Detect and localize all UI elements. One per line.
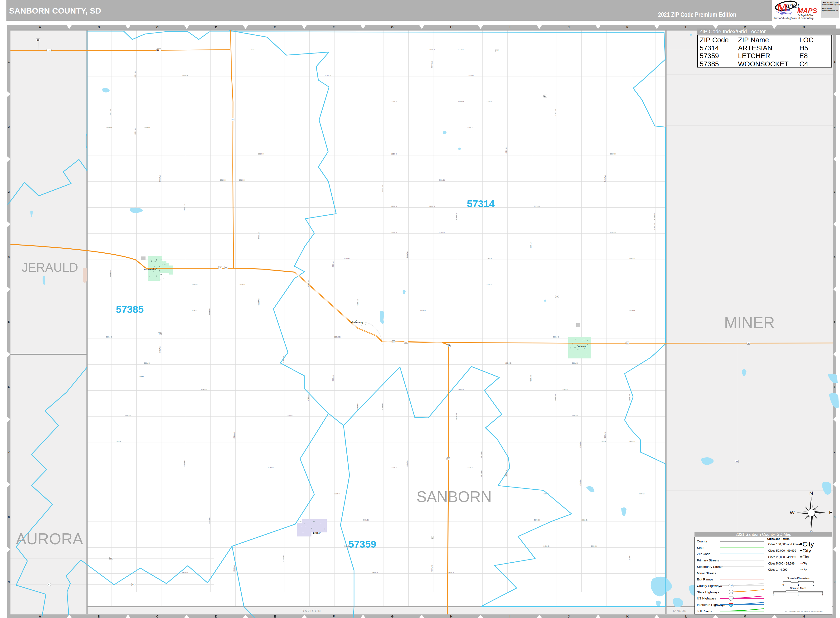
svg-text:407th Ave: 407th Ave: [382, 185, 383, 192]
svg-text:Cities 25,000 - 49,999: Cities 25,000 - 49,999: [768, 556, 796, 559]
svg-text:410th Ave: 410th Ave: [456, 213, 458, 220]
svg-text:234th St: 234th St: [458, 388, 464, 390]
svg-text:ZIP Code: ZIP Code: [697, 552, 711, 556]
svg-text:224th St: 224th St: [144, 127, 150, 129]
svg-text:B: B: [98, 615, 100, 618]
svg-text:K: K: [626, 615, 629, 618]
svg-text:223rd St: 223rd St: [486, 101, 492, 103]
svg-text:234th St: 234th St: [201, 388, 207, 390]
svg-text:233rd St: 233rd St: [144, 362, 150, 364]
svg-text:399th Ave: 399th Ave: [184, 461, 186, 467]
svg-text:401st Ave: 401st Ave: [233, 432, 235, 439]
svg-text:233rd St: 233rd St: [572, 362, 578, 364]
svg-text:235th St: 235th St: [287, 414, 293, 416]
svg-text:57314: 57314: [467, 198, 495, 209]
svg-text:396th Ave: 396th Ave: [110, 108, 111, 116]
svg-text:F: F: [333, 25, 335, 29]
svg-text:City: City: [803, 555, 809, 559]
svg-text:1: 1: [8, 60, 9, 64]
svg-text:229th St: 229th St: [486, 258, 492, 259]
svg-text:7: 7: [834, 450, 835, 454]
svg-text:402nd Ave: 402nd Ave: [258, 232, 260, 239]
svg-text:37: 37: [448, 458, 450, 460]
svg-text:AURORA: AURORA: [16, 530, 83, 548]
svg-text:405th Ave: 405th Ave: [332, 261, 334, 267]
svg-text:J: J: [568, 25, 570, 29]
svg-text:SANBORN: SANBORN: [416, 488, 492, 505]
svg-text:Cities 100,000 and Above: Cities 100,000 and Above: [768, 543, 801, 546]
svg-text:10: 10: [132, 584, 134, 586]
svg-text:239th St: 239th St: [581, 519, 587, 521]
svg-text:2: 2: [8, 125, 9, 129]
svg-text:224: 224: [157, 49, 161, 51]
svg-text:403rd Ave: 403rd Ave: [283, 356, 284, 363]
svg-text:225th St: 225th St: [391, 153, 397, 155]
svg-text:7: 7: [8, 450, 9, 454]
svg-text:37: 37: [405, 341, 407, 343]
svg-text:228th St: 228th St: [439, 232, 445, 233]
svg-text:401st Ave: 401st Ave: [233, 565, 235, 572]
svg-text:W: W: [790, 510, 795, 515]
svg-text:418th Ave: 418th Ave: [654, 213, 655, 220]
svg-text:City: City: [803, 548, 811, 553]
svg-text:236th St: 236th St: [629, 441, 635, 442]
svg-text:A: A: [39, 615, 41, 618]
svg-text:State Highways: State Highways: [697, 590, 719, 594]
svg-text:Artesian: Artesian: [578, 345, 586, 347]
svg-text:E: E: [829, 510, 833, 515]
svg-text:Cities and Towns: Cities and Towns: [767, 538, 789, 540]
svg-text:123: 123: [730, 591, 733, 593]
svg-text:A: A: [39, 25, 41, 29]
svg-text:240th St: 240th St: [544, 545, 549, 547]
svg-text:238th St: 238th St: [544, 493, 549, 495]
svg-text:C: C: [156, 25, 159, 29]
svg-text:34: 34: [626, 342, 629, 344]
svg-text:10: 10: [48, 584, 50, 586]
svg-text:397th Ave: 397th Ave: [134, 128, 136, 135]
svg-text:415th Ave: 415th Ave: [580, 441, 581, 448]
svg-text:231st St: 231st St: [192, 310, 197, 312]
svg-text:Cities 50,000 - 99,999: Cities 50,000 - 99,999: [768, 549, 796, 553]
svg-text:398th Ave: 398th Ave: [159, 175, 161, 182]
svg-text:222nd St: 222nd St: [467, 75, 474, 76]
svg-text:409th Ave: 409th Ave: [431, 61, 433, 68]
svg-text:228th St: 228th St: [610, 232, 616, 233]
svg-text:L: L: [685, 25, 687, 29]
svg-text:232nd St: 232nd St: [553, 336, 559, 338]
svg-text:City: City: [803, 562, 807, 565]
svg-text:F: F: [333, 615, 335, 618]
svg-text:237th St: 237th St: [467, 467, 473, 468]
svg-text:5: 5: [8, 320, 9, 324]
svg-text:230th St: 230th St: [239, 284, 245, 285]
svg-text:229th St: 229th St: [344, 258, 349, 259]
svg-text:241st St: 241st St: [182, 571, 188, 573]
svg-text:57359: 57359: [349, 539, 376, 550]
svg-text:2: 2: [822, 593, 823, 596]
svg-text:225th St: 225th St: [258, 153, 264, 155]
svg-text:224th St: 224th St: [467, 127, 473, 129]
svg-text:408th Ave: 408th Ave: [406, 251, 408, 258]
svg-text:239th St: 239th St: [363, 519, 369, 521]
svg-text:1: 1: [798, 584, 799, 586]
svg-text:405th Ave: 405th Ave: [332, 375, 334, 382]
svg-text:398th Ave: 398th Ave: [159, 346, 161, 353]
svg-text:224: 224: [47, 49, 51, 52]
svg-text:232nd St: 232nd St: [334, 336, 340, 338]
svg-text:241st St: 241st St: [448, 571, 454, 573]
svg-text:235th St: 235th St: [125, 414, 131, 416]
svg-text:123: 123: [730, 585, 733, 587]
svg-text:222nd St: 222nd St: [325, 75, 331, 76]
svg-text:2: 2: [813, 584, 814, 586]
svg-text:236th St: 236th St: [601, 441, 606, 442]
svg-text:413th Ave: 413th Ave: [530, 242, 532, 249]
svg-text:406th Ave: 406th Ave: [357, 299, 358, 306]
svg-text:Cities 1 - 4,999: Cities 1 - 4,999: [768, 568, 788, 571]
svg-text:D: D: [215, 25, 217, 29]
svg-text:37: 37: [232, 119, 234, 121]
svg-text:1: 1: [797, 593, 799, 596]
svg-text:397th Ave: 397th Ave: [134, 71, 136, 77]
svg-text:239th St: 239th St: [534, 519, 540, 521]
svg-text:412th Ave: 412th Ave: [505, 147, 507, 153]
svg-text:G: G: [391, 25, 394, 29]
svg-text:409th Ave: 409th Ave: [431, 565, 433, 572]
